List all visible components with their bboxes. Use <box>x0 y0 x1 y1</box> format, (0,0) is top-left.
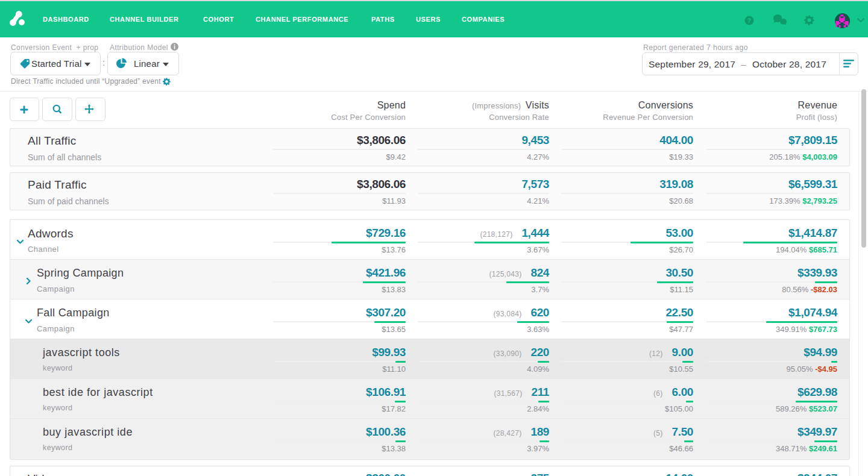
svg-text:?: ? <box>747 17 751 24</box>
